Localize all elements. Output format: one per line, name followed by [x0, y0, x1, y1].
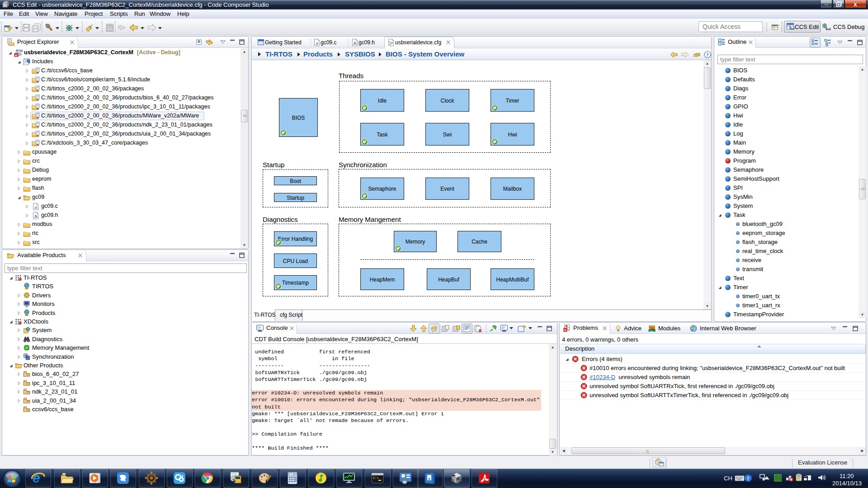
svg-text:?: ? — [706, 52, 709, 57]
svg-text:?: ? — [747, 475, 750, 482]
svg-text:C:\: C:\ — [373, 476, 379, 480]
svg-text:0: 0 — [293, 473, 295, 476]
svg-text:e: e — [33, 470, 40, 485]
